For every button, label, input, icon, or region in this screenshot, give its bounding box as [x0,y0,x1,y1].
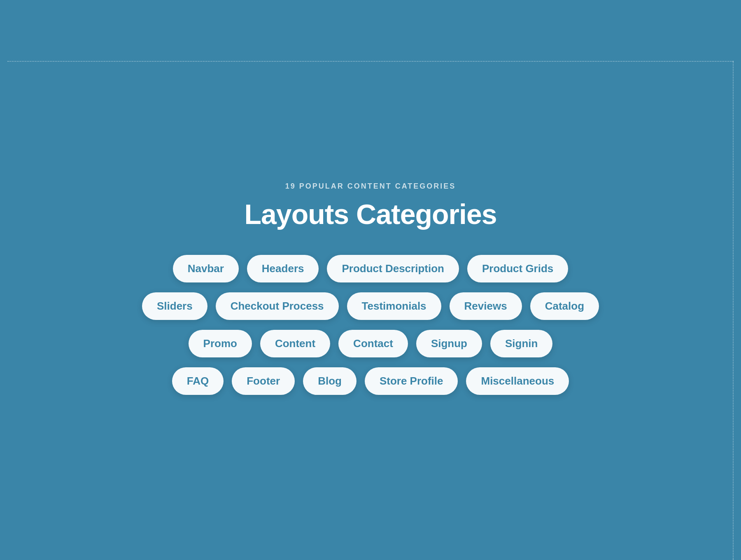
category-pill-testimonials[interactable]: Testimonials [347,292,441,320]
category-pill-navbar[interactable]: Navbar [173,255,239,282]
category-pill-checkout-process[interactable]: Checkout Process [216,292,339,320]
category-pill-footer[interactable]: Footer [232,367,295,395]
category-row-2: SlidersCheckout ProcessTestimonialsRevie… [142,292,599,320]
decorative-dotted-line-right [733,61,734,560]
category-pill-faq[interactable]: FAQ [172,367,224,395]
category-pill-product-description[interactable]: Product Description [327,255,459,282]
category-pill-signin[interactable]: Signin [490,330,552,357]
main-content: 19 POPULAR CONTENT CATEGORIES Layouts Ca… [0,0,741,560]
category-pill-blog[interactable]: Blog [303,367,357,395]
category-row-3: PromoContentContactSignupSignin [189,330,553,357]
category-pill-promo[interactable]: Promo [189,330,252,357]
category-row-1: NavbarHeadersProduct DescriptionProduct … [173,255,569,282]
category-pill-reviews[interactable]: Reviews [450,292,522,320]
category-row-4: FAQFooterBlogStore ProfileMiscellaneous [172,367,569,395]
category-pill-catalog[interactable]: Catalog [530,292,599,320]
category-pill-miscellaneous[interactable]: Miscellaneous [466,367,569,395]
decorative-dotted-line-top [7,61,734,62]
category-pill-signup[interactable]: Signup [416,330,482,357]
category-pill-headers[interactable]: Headers [247,255,319,282]
category-pill-contact[interactable]: Contact [338,330,408,357]
main-title: Layouts Categories [244,198,496,230]
categories-container: NavbarHeadersProduct DescriptionProduct … [142,255,599,395]
category-pill-product-grids[interactable]: Product Grids [467,255,568,282]
category-pill-content[interactable]: Content [260,330,330,357]
category-pill-store-profile[interactable]: Store Profile [365,367,458,395]
subtitle: 19 POPULAR CONTENT CATEGORIES [285,182,456,191]
category-pill-sliders[interactable]: Sliders [142,292,207,320]
